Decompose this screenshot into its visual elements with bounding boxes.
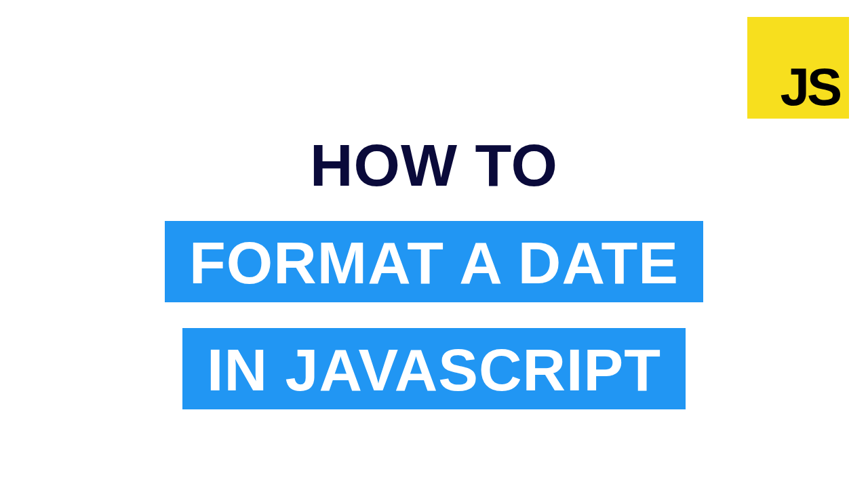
title-line-1: HOW TO — [310, 136, 558, 195]
title-container: HOW TO FORMAT A DATE IN JAVASCRIPT — [0, 136, 868, 409]
javascript-logo-text: JS — [781, 60, 840, 113]
title-line-3-highlight: IN JAVASCRIPT — [182, 328, 686, 409]
javascript-logo: JS — [747, 17, 849, 119]
title-line-2-highlight: FORMAT A DATE — [165, 221, 703, 302]
